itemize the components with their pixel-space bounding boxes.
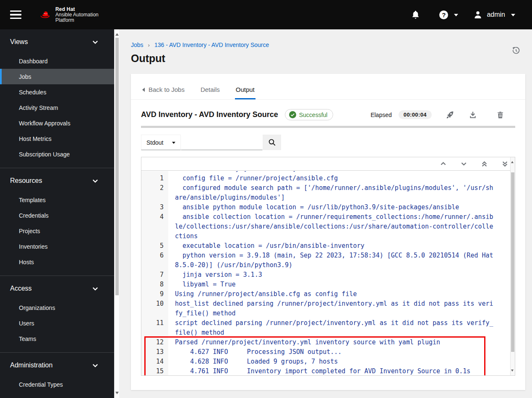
sidebar-item-inventories[interactable]: Inventories (0, 239, 114, 254)
brand-line3: Platform (55, 18, 99, 23)
sidebar-item-activity-stream[interactable]: Activity Stream (0, 100, 114, 115)
user-menu-button[interactable]: admin (473, 10, 515, 19)
tab-back-label: Back to Jobs (149, 86, 185, 93)
sidebar-group-toggle-administration[interactable]: Administration (0, 353, 114, 377)
output-scrollbar-thumb[interactable] (511, 172, 514, 352)
elapsed-value-badge: 00:00:04 (399, 110, 432, 119)
log-line-number: 10 (141, 299, 168, 318)
check-circle-icon (289, 111, 296, 118)
tab-output[interactable]: Output (235, 80, 256, 99)
delete-job-button[interactable] (496, 111, 504, 119)
tab-details[interactable]: Details (200, 80, 221, 99)
sidebar-item-workflow-approvals[interactable]: Workflow Approvals (0, 115, 114, 131)
search-button[interactable] (263, 135, 281, 150)
log-line-number: 13 (141, 347, 168, 357)
log-line-5: 5 executable location = /usr/bin/ansible… (141, 241, 515, 251)
sidebar-item-teams[interactable]: Teams (0, 331, 114, 346)
job-title: AVD Inventory - AVD Inventory Source (141, 110, 278, 119)
scroll-up-arrow-icon[interactable] (511, 160, 514, 163)
caret-down-icon (454, 14, 458, 18)
sidebar-item-hosts[interactable]: Hosts (0, 254, 114, 270)
help-menu-button[interactable]: ? (439, 10, 458, 19)
scroll-next-button[interactable] (461, 161, 467, 166)
job-output-card: Back to Jobs Details Output AVD Inventor… (131, 74, 525, 390)
scroll-top-button[interactable] (481, 161, 488, 167)
output-log-scrollbar[interactable] (510, 157, 515, 375)
log-line-text: Using /runner/project/ansible.cfg as con… (168, 289, 495, 299)
main-content: Jobs › 136 - AVD Inventory - AVD Invento… (119, 29, 532, 398)
sidebar-nav: ViewsDashboardJobsSchedulesActivity Stre… (0, 29, 114, 398)
sidebar-item-templates[interactable]: Templates (0, 192, 114, 208)
log-line-text: Parsed /runner/project/inventory.yml inv… (168, 338, 495, 347)
sidebar-group-toggle-access[interactable]: Access (0, 276, 114, 300)
job-header-row: AVD Inventory - AVD Inventory Source Suc… (141, 109, 515, 120)
scroll-up-arrow-icon[interactable] (115, 31, 119, 36)
page-title: Output (131, 52, 532, 65)
sidebar-item-schedules[interactable]: Schedules (0, 84, 114, 100)
log-line-text: python version = 3.9.18 (main, Sep 22 20… (168, 251, 495, 270)
sidebar-item-jobs[interactable]: Jobs (0, 69, 114, 84)
log-line-4: 4 ansible collection location = /runner/… (141, 212, 515, 241)
chevron-down-icon (92, 40, 98, 44)
sidebar-item-subscription-usage[interactable]: Subscription Usage (0, 146, 114, 162)
output-toolbar: Stdout (141, 135, 515, 150)
breadcrumb-job-link[interactable]: 136 - AVD Inventory - AVD Inventory Sour… (154, 42, 269, 48)
log-line-text: host_list declined parsing /runner/proje… (168, 299, 495, 318)
caret-down-icon (511, 14, 515, 18)
notifications-button[interactable] (411, 10, 420, 19)
search-key-select[interactable]: Stdout (141, 135, 181, 150)
tab-back-to-jobs[interactable]: Back to Jobs (141, 80, 185, 99)
sidebar-item-credential-types[interactable]: Credential Types (0, 377, 114, 392)
sidebar-item-dashboard[interactable]: Dashboard (0, 53, 114, 69)
log-line-14: 14 4.628 INFO Loaded 9 groups, 7 hosts (141, 357, 515, 367)
scroll-previous-button[interactable] (440, 161, 446, 166)
log-line-number: 8 (141, 280, 168, 289)
job-actions: Elapsed 00:00:04 (370, 110, 504, 119)
sidebar-item-organizations[interactable]: Organizations (0, 300, 114, 315)
download-output-button[interactable] (469, 111, 477, 119)
history-icon (511, 46, 520, 55)
masthead: Red Hat Ansible Automation Platform ? ad… (0, 0, 532, 29)
log-line-number: 15 (141, 367, 168, 375)
download-icon (469, 111, 477, 119)
breadcrumb-jobs-link[interactable]: Jobs (131, 42, 143, 48)
sidebar-group-resources: ResourcesTemplatesCredentialsProjectsInv… (0, 168, 114, 270)
sidebar-item-users[interactable]: Users (0, 315, 114, 331)
sidebar-scrollbar[interactable] (114, 29, 119, 398)
search-input[interactable] (181, 135, 263, 150)
scroll-down-arrow-icon[interactable] (115, 392, 119, 396)
caret-down-icon (172, 142, 175, 146)
sidebar-group-access: AccessOrganizationsUsersTeams (0, 276, 114, 346)
double-chevron-down-icon (502, 161, 508, 167)
history-button[interactable] (511, 46, 520, 55)
brand-line2: Ansible Automation (55, 12, 99, 18)
sidebar-scrollbar-thumb[interactable] (115, 38, 119, 295)
user-icon (473, 10, 482, 19)
scroll-down-arrow-icon[interactable] (511, 369, 514, 373)
sidebar-group-toggle-views[interactable]: Views (0, 29, 114, 53)
status-badge[interactable]: Successful (285, 109, 334, 120)
search-key-selected: Stdout (146, 139, 163, 146)
sidebar-item-credentials[interactable]: Credentials (0, 208, 114, 223)
sidebar-group-label: Access (10, 285, 32, 292)
chevron-down-icon (461, 161, 467, 166)
bell-icon (411, 10, 420, 19)
relaunch-button[interactable] (446, 111, 454, 119)
username-label: admin (487, 11, 505, 18)
sidebar-item-projects[interactable]: Projects (0, 223, 114, 239)
sidebar-group-label: Administration (10, 362, 52, 369)
status-label: Successful (299, 112, 328, 118)
sidebar-group-toggle-resources[interactable]: Resources (0, 168, 114, 192)
sidebar-item-host-metrics[interactable]: Host Metrics (0, 131, 114, 146)
double-chevron-up-icon (481, 161, 488, 167)
scroll-bottom-button[interactable] (502, 161, 508, 167)
log-line-3: 3 ansible python module location = /usr/… (141, 203, 515, 212)
trash-icon (496, 111, 504, 119)
chevron-down-icon (92, 363, 98, 368)
nav-toggle-button[interactable] (10, 10, 21, 19)
log-line-number: 14 (141, 357, 168, 367)
output-log-header (141, 157, 515, 171)
log-line-number: 4 (141, 212, 168, 241)
log-line-number: 6 (141, 251, 168, 270)
sidebar-group-views: ViewsDashboardJobsSchedulesActivity Stre… (0, 29, 114, 162)
